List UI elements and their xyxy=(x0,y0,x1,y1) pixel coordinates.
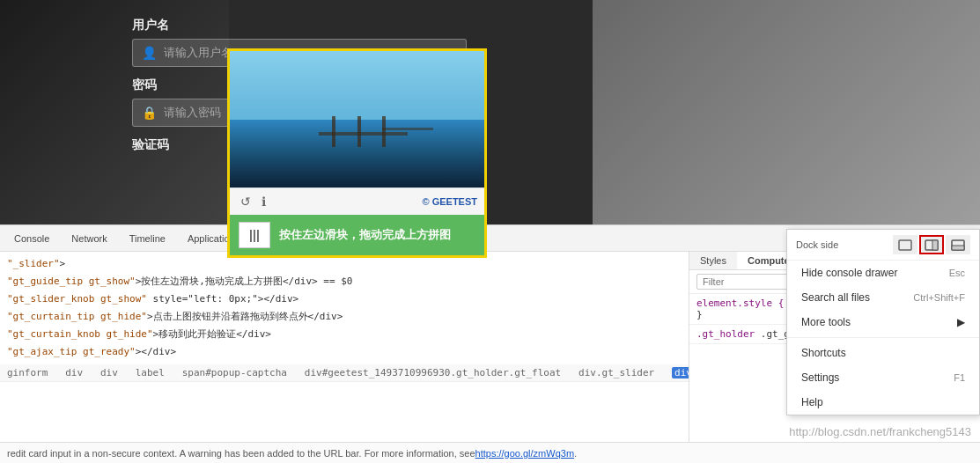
console-bar: redit card input in a non-secure context… xyxy=(0,442,980,463)
captcha-info-button[interactable]: ℹ xyxy=(254,193,272,210)
breadcrumb-selected[interactable]: div.gt_guide_tip.gt_show xyxy=(672,367,689,378)
pier-post3 xyxy=(382,116,386,147)
menu-hide-console[interactable]: Hide console drawer Esc xyxy=(787,261,979,285)
dom-line-6: "gt_ajax_tip gt_ready"></div> xyxy=(7,343,682,361)
hide-console-shortcut: Esc xyxy=(949,268,965,278)
dock-bottom-icon xyxy=(951,239,965,251)
menu-shortcuts[interactable]: Shortcuts xyxy=(787,341,979,365)
keyboard-right xyxy=(593,0,980,229)
user-icon: 👤 xyxy=(142,46,157,60)
context-menu: Dock side Hide console drawer xyxy=(786,229,980,415)
password-placeholder: 请输入密码 xyxy=(164,105,221,121)
dock-bottom-button[interactable] xyxy=(946,235,970,254)
menu-settings[interactable]: Settings F1 xyxy=(787,365,979,390)
dom-line-3: "gt_slider_knob gt_show" style="left: 0p… xyxy=(7,290,682,308)
console-text: redit card input in a non-secure context… xyxy=(7,448,475,459)
settings-label: Settings xyxy=(801,371,839,384)
element-style-close: } xyxy=(696,309,703,320)
captcha-slider-bar[interactable]: ||| 按住左边滑块，拖动完成上方拼图 xyxy=(230,215,484,255)
svg-rect-2 xyxy=(932,240,938,250)
captcha-toolbar: ↺ ℹ © GEETEST xyxy=(230,187,484,215)
dock-right-button[interactable] xyxy=(919,235,944,254)
dock-side-row: Dock side xyxy=(787,230,979,261)
dock-side-buttons xyxy=(893,235,970,254)
captcha-popup[interactable]: ↺ ℹ © GEETEST ||| 按住左边滑块，拖动完成上方拼图 xyxy=(227,48,487,258)
dom-breadcrumb: ginform div div label span#popup-captcha… xyxy=(0,364,689,382)
menu-help[interactable]: Help xyxy=(787,390,979,415)
dom-line-1: "_slider"> xyxy=(7,255,682,273)
pier-deck xyxy=(319,132,408,136)
dock-separate-button[interactable] xyxy=(893,235,917,254)
dom-panel: "_slider"> "gt_guide_tip gt_show">按住左边滑块… xyxy=(0,252,689,463)
captcha-image xyxy=(230,51,484,187)
more-tools-label: More tools xyxy=(801,316,851,328)
dock-right-icon xyxy=(925,239,939,251)
tab-console[interactable]: Console xyxy=(4,225,61,252)
captcha-brand: © GEETEST xyxy=(422,196,477,207)
more-tools-arrow-icon: ▶ xyxy=(957,316,965,328)
search-files-label: Search all files xyxy=(801,291,870,304)
dom-content: "_slider"> "gt_guide_tip gt_show">按住左边滑块… xyxy=(0,252,689,364)
pier-post2 xyxy=(357,116,361,147)
tab-styles[interactable]: Styles xyxy=(689,252,737,269)
console-suffix: . xyxy=(574,448,577,459)
menu-more-tools[interactable]: More tools ▶ xyxy=(787,310,979,334)
tab-timeline[interactable]: Timeline xyxy=(119,225,177,252)
lock-icon: 🔒 xyxy=(142,106,157,120)
shortcuts-label: Shortcuts xyxy=(801,347,846,359)
captcha-slider-text: 按住左边滑块，拖动完成上方拼图 xyxy=(279,227,451,243)
menu-search-files[interactable]: Search all files Ctrl+Shift+F xyxy=(787,285,979,310)
webpage-background: 用户名 👤 请输入用户名 密码 🔒 请输入密码 验证码 xyxy=(0,0,980,229)
captcha-slider-handle[interactable]: ||| xyxy=(239,222,270,248)
element-style-selector: element.style { xyxy=(696,298,784,309)
help-label: Help xyxy=(801,396,823,408)
gt-holder-selector: .gt_holder xyxy=(696,328,761,340)
slider-lines-icon: ||| xyxy=(249,228,260,242)
svg-rect-4 xyxy=(952,246,964,250)
dom-line-2: "gt_guide_tip gt_show">按住左边滑块,拖动完成上方拼图</… xyxy=(7,273,682,290)
tab-network[interactable]: Network xyxy=(61,225,118,252)
pier-post1 xyxy=(332,116,335,147)
undock-icon xyxy=(898,239,912,251)
hide-console-label: Hide console drawer xyxy=(801,267,897,279)
search-files-shortcut: Ctrl+Shift+F xyxy=(913,292,965,303)
settings-shortcut: F1 xyxy=(954,372,965,383)
dom-line-4: "gt_curtain_tip gt_hide">点击上图按钮并沿着路拖动到终点… xyxy=(7,308,682,326)
captcha-refresh-button[interactable]: ↺ xyxy=(237,193,254,210)
username-label: 用户名 xyxy=(132,18,502,33)
console-link[interactable]: https://goo.gl/zmWq3m xyxy=(475,448,575,459)
username-placeholder: 请输入用户名 xyxy=(164,45,232,61)
menu-divider xyxy=(787,337,979,338)
svg-rect-0 xyxy=(899,240,911,250)
dom-line-5: "gt_curtain_knob gt_hide">移动到此开始验证</div> xyxy=(7,326,682,343)
dock-side-label: Dock side xyxy=(796,239,838,250)
pier-extension xyxy=(382,128,433,130)
